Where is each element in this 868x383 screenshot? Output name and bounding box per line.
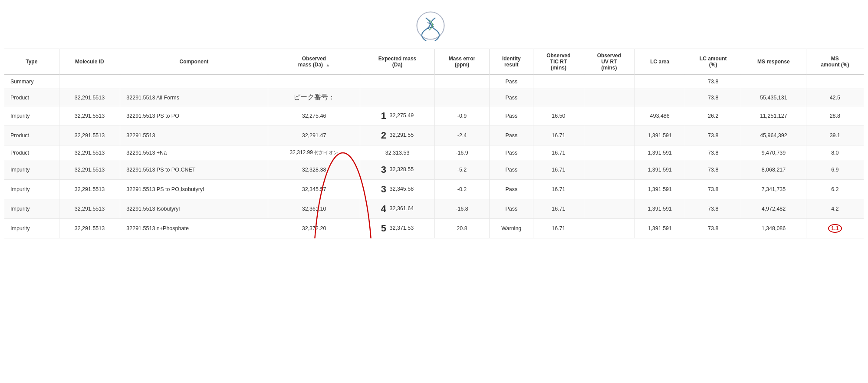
cell-molecule-id: 32,291.5513 bbox=[59, 199, 120, 219]
cell-type: Impurity bbox=[4, 199, 59, 219]
cell-component: 32291.5513 +Na bbox=[120, 145, 268, 160]
cell-ms-response: 7,341,735 bbox=[741, 180, 806, 199]
cell-lc-area: 1,391,591 bbox=[635, 199, 685, 219]
col-observed-mass[interactable]: Observedmass (Da) ▲ bbox=[268, 49, 360, 75]
table-row: Product32,291.551332291.551332,291.472 3… bbox=[4, 126, 864, 145]
cell-lc-amount: 73.8 bbox=[685, 89, 741, 106]
cell-lc-area: 1,391,591 bbox=[635, 126, 685, 145]
cell-ms-response: 4,972,482 bbox=[741, 199, 806, 219]
cell-observed-mass: 32,345.57 bbox=[268, 180, 360, 199]
cell-molecule-id: 32,291.5513 bbox=[59, 126, 120, 145]
cell-type: Product bbox=[4, 89, 59, 106]
cell-lc-area: 1,391,591 bbox=[635, 160, 685, 180]
cell-expected-mass: 32,313.53 bbox=[360, 145, 434, 160]
cell-expected-mass: 3 32,345.58 bbox=[360, 180, 434, 199]
cell-observed-mass: 32,312.99 付加イオン bbox=[268, 145, 360, 160]
cell-uv-rt bbox=[584, 89, 635, 106]
table-body: SummaryPass73.8Product32,291.551332291.5… bbox=[4, 75, 864, 238]
table-row: Product32,291.551332291.5513 All Formsピー… bbox=[4, 89, 864, 106]
cell-identity-result: Pass bbox=[490, 75, 533, 89]
cell-lc-area bbox=[635, 89, 685, 106]
cell-ms-amount: 8.0 bbox=[806, 145, 864, 160]
cell-molecule-id: 32,291.5513 bbox=[59, 89, 120, 106]
cell-ms-amount: 28.8 bbox=[806, 106, 864, 126]
col-ms-amount: MSamount (%) bbox=[806, 49, 864, 75]
table-row: Impurity32,291.551332291.5513 PS to PO,C… bbox=[4, 160, 864, 180]
cell-tic-rt bbox=[533, 75, 584, 89]
cell-molecule-id: 32,291.5513 bbox=[59, 219, 120, 238]
app-header bbox=[0, 0, 868, 49]
cell-identity-result: Pass bbox=[490, 160, 533, 180]
cell-lc-area: 1,391,591 bbox=[635, 219, 685, 238]
cell-uv-rt bbox=[584, 219, 635, 238]
cell-ms-amount: 42.5 bbox=[806, 89, 864, 106]
cell-mass-error: -0.2 bbox=[434, 180, 490, 199]
cell-type: Product bbox=[4, 126, 59, 145]
cell-molecule-id: 32,291.5513 bbox=[59, 106, 120, 126]
cell-expected-mass bbox=[360, 75, 434, 89]
cell-observed-mass: 32,291.47 bbox=[268, 126, 360, 145]
cell-ms-amount: 6.2 bbox=[806, 180, 864, 199]
cell-uv-rt bbox=[584, 145, 635, 160]
cell-ms-amount bbox=[806, 75, 864, 89]
results-table-container: Type Molecule ID Component Observedmass … bbox=[0, 49, 868, 238]
cell-molecule-id: 32,291.5513 bbox=[59, 160, 120, 180]
cell-mass-error: -16.9 bbox=[434, 145, 490, 160]
cell-expected-mass: 5 32,371.53 bbox=[360, 219, 434, 238]
cell-component: 32291.5513 All Forms bbox=[120, 89, 268, 106]
cell-ms-response: 8,068,217 bbox=[741, 160, 806, 180]
cell-identity-result: Pass bbox=[490, 145, 533, 160]
cell-identity-result: Pass bbox=[490, 199, 533, 219]
cell-mass-error: -5.2 bbox=[434, 160, 490, 180]
cell-component: 32291.5513 PS to PO,Isobutyryl bbox=[120, 180, 268, 199]
cell-component bbox=[120, 75, 268, 89]
cell-ms-response: 9,470,739 bbox=[741, 145, 806, 160]
cell-identity-result: Pass bbox=[490, 106, 533, 126]
cell-lc-amount: 73.8 bbox=[685, 126, 741, 145]
cell-expected-mass: 3 32,328.55 bbox=[360, 160, 434, 180]
table-row: Impurity32,291.551332291.5513 Isobutyryl… bbox=[4, 199, 864, 219]
cell-type: Impurity bbox=[4, 160, 59, 180]
cell-lc-amount: 73.8 bbox=[685, 219, 741, 238]
col-component: Component bbox=[120, 49, 268, 75]
cell-type: Impurity bbox=[4, 219, 59, 238]
cell-tic-rt bbox=[533, 89, 584, 106]
col-type: Type bbox=[4, 49, 59, 75]
cell-observed-mass: 32,361.10 bbox=[268, 199, 360, 219]
cell-type: Summary bbox=[4, 75, 59, 89]
cell-observed-mass: 32,372.20 bbox=[268, 219, 360, 238]
col-molecule-id: Molecule ID bbox=[59, 49, 120, 75]
cell-mass-error bbox=[434, 89, 490, 106]
cell-observed-mass: 32,275.46 bbox=[268, 106, 360, 126]
cell-ms-amount: 1.1 bbox=[806, 219, 864, 238]
table-row: SummaryPass73.8 bbox=[4, 75, 864, 89]
cell-lc-amount: 73.8 bbox=[685, 199, 741, 219]
cell-observed-mass bbox=[268, 75, 360, 89]
col-mass-error: Mass error(ppm) bbox=[434, 49, 490, 75]
cell-tic-rt: 16.71 bbox=[533, 180, 584, 199]
cell-identity-result: Pass bbox=[490, 126, 533, 145]
cell-tic-rt: 16.71 bbox=[533, 199, 584, 219]
col-lc-area: LC area bbox=[635, 49, 685, 75]
cell-uv-rt bbox=[584, 199, 635, 219]
cell-uv-rt bbox=[584, 160, 635, 180]
cell-component: 32291.5513 n+Phosphate bbox=[120, 219, 268, 238]
cell-uv-rt bbox=[584, 126, 635, 145]
table-row: Impurity32,291.551332291.5513 PS to PO32… bbox=[4, 106, 864, 126]
col-ms-response: MS response bbox=[741, 49, 806, 75]
cell-ms-response: 55,435,131 bbox=[741, 89, 806, 106]
cell-type: Impurity bbox=[4, 106, 59, 126]
cell-tic-rt: 16.71 bbox=[533, 126, 584, 145]
cell-type: Impurity bbox=[4, 180, 59, 199]
cell-uv-rt bbox=[584, 180, 635, 199]
table-header-row: Type Molecule ID Component Observedmass … bbox=[4, 49, 864, 75]
col-identity-result: Identityresult bbox=[490, 49, 533, 75]
cell-molecule-id bbox=[59, 75, 120, 89]
col-lc-amount: LC amount(%) bbox=[685, 49, 741, 75]
cell-component: 32291.5513 PS to PO bbox=[120, 106, 268, 126]
cell-lc-area: 1,391,591 bbox=[635, 145, 685, 160]
col-uv-rt: ObservedUV RT(mins) bbox=[584, 49, 635, 75]
cell-mass-error: -16.8 bbox=[434, 199, 490, 219]
table-row: Impurity32,291.551332291.5513 n+Phosphat… bbox=[4, 219, 864, 238]
cell-ms-amount: 39.1 bbox=[806, 126, 864, 145]
